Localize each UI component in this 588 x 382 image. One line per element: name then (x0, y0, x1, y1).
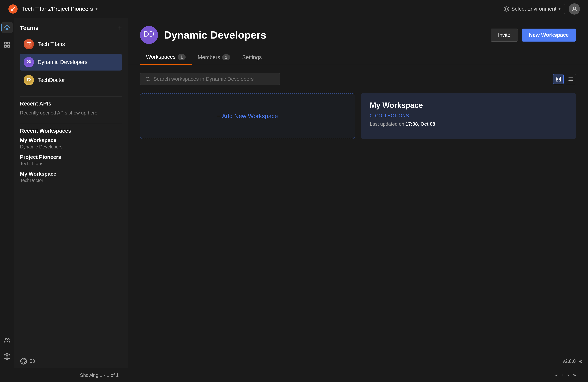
sidebar-footer-content: 53 v2.8.0 « (14, 354, 128, 368)
main-layout: Teams + TT Tech Titans DD (0, 18, 588, 368)
svg-rect-20 (559, 77, 560, 78)
team-name-dynamic-developers: Dynamic Developers (38, 59, 87, 65)
svg-point-8 (6, 356, 8, 357)
team-avatar-dynamic-developers: DD (24, 57, 34, 67)
sidebar: Teams + TT Tech Titans DD (14, 18, 128, 368)
workspace-path-label: Tech Titans/Project Pioneers (22, 6, 93, 12)
pagination-prev-button[interactable]: ‹ (562, 372, 563, 378)
sidebar-divider-2 (20, 124, 122, 124)
team-item-dynamic-developers[interactable]: DD Dynamic Developers (20, 54, 122, 71)
recent-apis-title: Recent APIs (20, 101, 122, 107)
add-team-button[interactable]: + (118, 24, 122, 32)
svg-rect-5 (7, 45, 9, 47)
user-icon (571, 6, 578, 12)
svg-rect-2 (4, 42, 6, 44)
recent-workspace-item-3[interactable]: My Workspace TechDoctor (20, 171, 122, 183)
footer: Showing 1 - 1 of 1 « ‹ › » (0, 368, 588, 382)
team-header-left: DD Dynamic Developers (140, 26, 266, 44)
sidebar-footer-left: 53 (20, 358, 35, 365)
svg-rect-22 (559, 79, 560, 81)
sidebar-item-team[interactable] (1, 335, 13, 346)
env-selector-label: Select Environment (511, 6, 556, 12)
tab-workspaces[interactable]: Workspaces 1 (140, 50, 192, 65)
icon-bar-bottom (1, 335, 13, 368)
teams-section-header: Teams + (20, 24, 122, 32)
team-logo: DD (140, 26, 158, 44)
team-item-techdoctor[interactable]: TD TechDoctor (20, 72, 122, 89)
tabs: Workspaces 1 Members 1 Settings (128, 50, 588, 65)
sidebar-item-grid[interactable] (1, 39, 13, 50)
team-avatar-img: TT (25, 40, 32, 48)
layers-icon (504, 6, 509, 12)
add-workspace-label: + Add New Workspace (217, 113, 278, 119)
team-icon (4, 337, 10, 344)
invite-button[interactable]: Invite (491, 29, 518, 41)
workspace-selector[interactable]: Tech Titans/Project Pioneers ▾ (22, 6, 98, 12)
svg-text:TT: TT (27, 42, 31, 45)
workspace-collections-label: COLLECTIONS (375, 113, 409, 118)
add-workspace-card[interactable]: + Add New Workspace (140, 93, 355, 139)
topbar-left: Tech Titans/Project Pioneers ▾ (8, 4, 98, 14)
team-header: DD Dynamic Developers Invite New Workspa… (128, 18, 588, 44)
new-workspace-button[interactable]: New Workspace (522, 29, 576, 41)
workspace-collections: 0 COLLECTIONS (370, 113, 567, 118)
workspace-card-my-workspace[interactable]: My Workspace 0 COLLECTIONS Last updated … (361, 93, 576, 139)
team-name-techdoctor: TechDoctor (38, 77, 65, 83)
home-icon (4, 24, 10, 31)
team-header-right: Invite New Workspace (491, 29, 576, 41)
workspace-chevron-icon: ▾ (95, 6, 98, 12)
team-item-tech-titans[interactable]: TT Tech Titans (20, 36, 122, 53)
env-selector[interactable]: Select Environment ▾ (500, 4, 565, 14)
sidebar-item-home[interactable] (1, 22, 13, 33)
recent-workspace-item-2[interactable]: Project Pioneers Tech Titans (20, 154, 122, 166)
topbar: Tech Titans/Project Pioneers ▾ Select En… (0, 0, 588, 18)
tab-settings[interactable]: Settings (236, 50, 268, 65)
svg-rect-21 (556, 79, 558, 81)
workspace-updated-value: 17:08, Oct 08 (406, 121, 435, 127)
recent-workspace-team-1: Dynamic Developers (20, 144, 122, 150)
workspace-toolbar (140, 73, 576, 85)
team-logo-img: DD (140, 26, 158, 44)
list-view-icon (568, 76, 574, 82)
teams-section-title: Teams (20, 25, 39, 31)
workspace-grid: + Add New Workspace My Workspace 0 COLLE… (140, 93, 576, 139)
tab-workspaces-badge: 1 (178, 54, 186, 60)
grid-icon (4, 41, 10, 48)
grid-view-button[interactable] (553, 74, 564, 84)
recent-workspace-team-2: Tech Titans (20, 161, 122, 166)
tab-members-badge: 1 (222, 54, 230, 60)
sidebar-item-settings[interactable] (1, 351, 13, 362)
team-title: Dynamic Developers (164, 29, 266, 41)
teams-section: Teams + TT Tech Titans DD (14, 24, 128, 89)
gear-icon (4, 353, 10, 360)
recent-apis-subtitle: Recently opened APIs show up here. (20, 110, 122, 116)
team-avatar-tech-titans: TT (24, 39, 34, 49)
list-view-button[interactable] (566, 74, 576, 84)
pagination-first-button[interactable]: « (555, 372, 558, 378)
tab-members[interactable]: Members 1 (192, 50, 236, 65)
recent-workspaces-title: Recent Workspaces (20, 128, 122, 134)
team-avatar-dd-img: DD (25, 58, 32, 66)
grid-view-icon (556, 76, 561, 82)
svg-rect-3 (7, 42, 9, 44)
recent-workspace-name-3: My Workspace (20, 171, 122, 177)
team-avatar-td-img: TD (25, 76, 32, 84)
svg-point-6 (5, 339, 7, 340)
icon-bar (0, 18, 14, 368)
search-icon (145, 76, 151, 82)
workspace-collections-count: 0 (370, 113, 372, 118)
user-avatar-button[interactable] (569, 3, 580, 15)
recent-workspace-team-3: TechDoctor (20, 178, 122, 183)
svg-rect-4 (4, 45, 6, 47)
team-avatar-techdoctor: TD (24, 75, 34, 85)
github-icon[interactable] (20, 358, 27, 365)
workspace-card-name: My Workspace (370, 101, 567, 110)
search-box[interactable] (140, 73, 280, 85)
tab-members-label: Members (198, 54, 220, 60)
search-input[interactable] (153, 76, 275, 82)
sidebar-divider-1 (20, 96, 122, 97)
pagination-last-button[interactable]: » (573, 372, 576, 378)
recent-workspace-item-1[interactable]: My Workspace Dynamic Developers (20, 137, 122, 150)
recent-workspaces-section: Recent Workspaces My Workspace Dynamic D… (14, 128, 128, 183)
pagination-next-button[interactable]: › (567, 372, 569, 378)
